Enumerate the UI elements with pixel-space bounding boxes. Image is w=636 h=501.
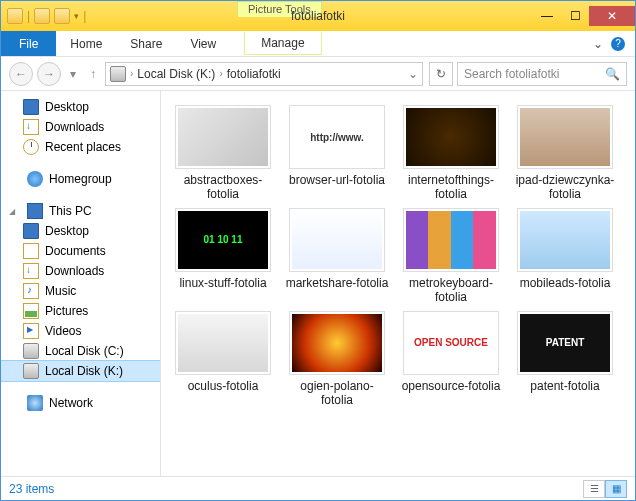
disk-icon [23,343,39,359]
sidebar-network[interactable]: Network [1,393,160,413]
up-button[interactable]: ↑ [85,62,101,86]
sidebar-item-pictures[interactable]: Pictures [1,301,160,321]
thumbnails-view-button[interactable]: ▦ [605,480,627,498]
pic-icon [23,303,39,319]
file-thumbnail: http://www. [289,105,385,169]
status-bar: 23 items ☰ ▦ [1,476,635,500]
close-button[interactable]: ✕ [589,6,635,26]
file-thumbnail: PATENT [517,311,613,375]
drive-icon [110,66,126,82]
tab-view[interactable]: View [176,37,230,51]
tab-manage[interactable]: Manage [244,32,321,55]
file-item[interactable]: http://www. browser-url-fotolia [283,105,391,202]
sidebar-item-label: Network [49,396,93,410]
breadcrumb-segment[interactable]: fotoliafotki [227,67,281,81]
quick-access-toolbar: | ▾ | [1,8,92,24]
breadcrumb[interactable]: › Local Disk (K:) › fotoliafotki ⌄ [105,62,423,86]
file-name: abstractboxes-fotolia [171,173,275,202]
ribbon-tabs: File Home Share View Manage ⌄ ? [1,31,635,57]
chevron-right-icon[interactable]: › [219,68,222,79]
file-pane[interactable]: abstractboxes-fotolia http://www. browse… [161,91,635,476]
clock-icon [23,139,39,155]
sidebar-item-label: This PC [49,204,92,218]
refresh-button[interactable]: ↻ [429,62,453,86]
search-input[interactable]: Search fotoliafotki 🔍 [457,62,627,86]
file-item[interactable]: internetofthings-fotolia [397,105,505,202]
tab-share[interactable]: Share [116,37,176,51]
file-name: patent-fotolia [530,379,599,393]
sidebar-homegroup[interactable]: Homegroup [1,169,160,189]
breadcrumb-dropdown-icon[interactable]: ⌄ [408,67,418,81]
file-thumbnail [517,105,613,169]
vid-icon [23,323,39,339]
app-icon [7,8,23,24]
file-thumbnail [289,311,385,375]
details-view-button[interactable]: ☰ [583,480,605,498]
desktop-icon [23,99,39,115]
pc-icon [27,203,43,219]
qat-newfolder-icon[interactable] [54,8,70,24]
file-item[interactable]: 01 10 11 linux-stuff-fotolia [169,208,277,305]
file-name: mobileads-fotolia [520,276,611,290]
help-icon[interactable]: ? [611,37,625,51]
chevron-right-icon[interactable]: › [130,68,133,79]
file-name: marketshare-fotolia [286,276,389,290]
status-item-count: 23 items [9,482,54,496]
sidebar-item-label: Downloads [45,120,104,134]
down-icon [23,263,39,279]
file-item[interactable]: abstractboxes-fotolia [169,105,277,202]
doc-icon [23,243,39,259]
sidebar-item-videos[interactable]: Videos [1,321,160,341]
file-item[interactable]: OPEN SOURCE opensource-fotolia [397,311,505,408]
back-button[interactable]: ← [9,62,33,86]
ribbon-expand-icon[interactable]: ⌄ [593,37,603,51]
file-thumbnail [175,105,271,169]
file-tab[interactable]: File [1,31,56,56]
sidebar-item-label: Videos [45,324,81,338]
file-item[interactable]: oculus-fotolia [169,311,277,408]
sidebar-item-label: Homegroup [49,172,112,186]
qat-properties-icon[interactable] [34,8,50,24]
search-icon[interactable]: 🔍 [605,67,620,81]
music-icon [23,283,39,299]
navigation-pane: Desktop Downloads Recent places Homegrou… [1,91,161,476]
navigation-bar: ← → ▾ ↑ › Local Disk (K:) › fotoliafotki… [1,57,635,91]
file-thumbnail [403,105,499,169]
down-icon [23,119,39,135]
file-thumbnail: OPEN SOURCE [403,311,499,375]
file-thumbnail: 01 10 11 [175,208,271,272]
forward-button[interactable]: → [37,62,61,86]
sidebar-item-label: Music [45,284,76,298]
sidebar-item-downloads[interactable]: Downloads [1,117,160,137]
qat-dropdown-icon[interactable]: ▾ [74,11,79,21]
body: Desktop Downloads Recent places Homegrou… [1,91,635,476]
file-thumbnail [175,311,271,375]
file-name: oculus-fotolia [188,379,259,393]
network-icon [27,395,43,411]
sidebar-item-downloads[interactable]: Downloads [1,261,160,281]
minimize-button[interactable]: — [533,6,561,26]
file-item[interactable]: mobileads-fotolia [511,208,619,305]
file-item[interactable]: ogien-polano-fotolia [283,311,391,408]
file-item[interactable]: PATENT patent-fotolia [511,311,619,408]
sidebar-item-recent places[interactable]: Recent places [1,137,160,157]
sidebar-item-label: Desktop [45,100,89,114]
history-dropdown-icon[interactable]: ▾ [65,62,81,86]
sidebar-item-music[interactable]: Music [1,281,160,301]
file-item[interactable]: marketshare-fotolia [283,208,391,305]
tab-home[interactable]: Home [56,37,116,51]
sidebar-item-desktop[interactable]: Desktop [1,221,160,241]
qat-sep: | [27,9,30,23]
sidebar-item-local-disk-c-[interactable]: Local Disk (C:) [1,341,160,361]
sidebar-item-local-disk-k-[interactable]: Local Disk (K:) [1,361,160,381]
sidebar-item-documents[interactable]: Documents [1,241,160,261]
file-name: ipad-dziewczynka-fotolia [513,173,617,202]
qat-sep: | [83,9,86,23]
sidebar-this-pc[interactable]: This PC [1,201,160,221]
file-item[interactable]: ipad-dziewczynka-fotolia [511,105,619,202]
maximize-button[interactable]: ☐ [561,6,589,26]
file-item[interactable]: metrokeyboard-fotolia [397,208,505,305]
file-name: internetofthings-fotolia [399,173,503,202]
sidebar-item-desktop[interactable]: Desktop [1,97,160,117]
breadcrumb-segment[interactable]: Local Disk (K:) [137,67,215,81]
